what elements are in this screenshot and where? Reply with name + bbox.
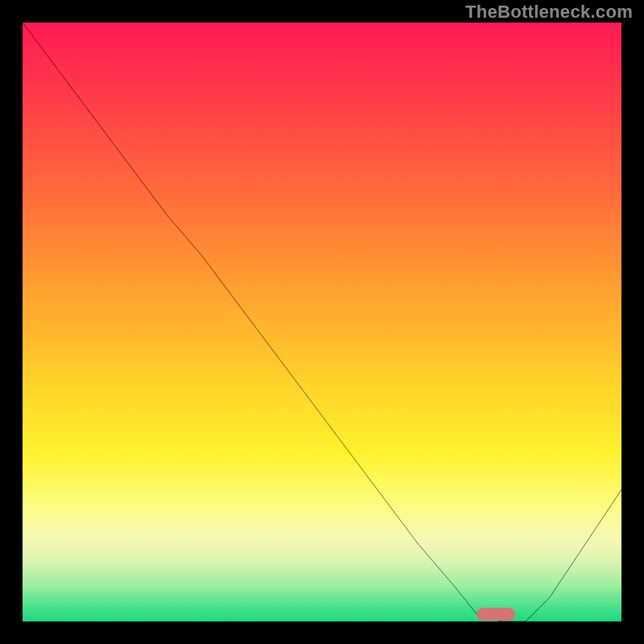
plot-area <box>23 23 621 621</box>
bottleneck-curve <box>23 23 621 621</box>
watermark-text: TheBottleneck.com <box>465 2 633 23</box>
optimum-marker <box>477 608 515 621</box>
curve-svg <box>23 23 621 621</box>
chart-outer: TheBottleneck.com <box>0 0 644 644</box>
